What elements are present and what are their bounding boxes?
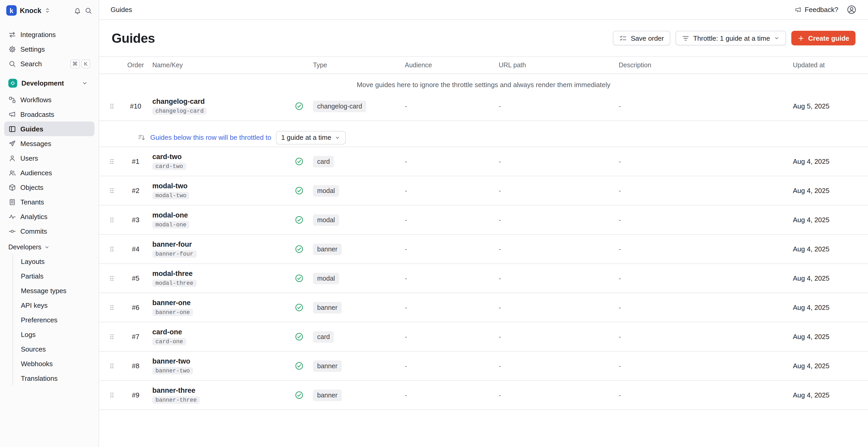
guide-name: banner-four (152, 241, 290, 249)
sidebar-item-users[interactable]: Users (4, 151, 94, 165)
sidebar-item-label: Settings (20, 45, 45, 53)
megaphone-icon (794, 6, 802, 13)
column-header-updated-at: Updated at (785, 62, 868, 69)
sidebar-item-broadcasts[interactable]: Broadcasts (4, 107, 94, 122)
guide-row[interactable]: #5modal-threemodal-threemodal---Aug 4, 2… (99, 264, 868, 293)
drag-handle-icon[interactable] (108, 246, 115, 252)
selector-icon[interactable] (44, 7, 51, 13)
sidebar-item-label: Messages (20, 139, 51, 147)
analytics-icon (8, 213, 16, 220)
guide-updated-at: Aug 4, 2025 (785, 158, 868, 165)
throttled-rows: #1card-twocard-twocard---Aug 4, 2025#2mo… (99, 147, 868, 410)
sidebar-subitem-label: Message types (21, 287, 66, 294)
sidebar-subitem-partials[interactable]: Partials (13, 268, 94, 283)
sidebar-item-tenants[interactable]: Tenants (4, 195, 94, 209)
sidebar-item-label: Commits (20, 227, 47, 235)
sidebar-subitem-message-types[interactable]: Message types (13, 283, 94, 298)
feedback-button[interactable]: Feedback? (794, 6, 838, 13)
save-order-button[interactable]: Save order (613, 31, 670, 45)
environment-switcher[interactable]: Development (4, 75, 94, 91)
topbar: Guides Feedback? (99, 0, 868, 20)
guide-row[interactable]: #6banner-onebanner-onebanner---Aug 4, 20… (99, 293, 868, 322)
sidebar-item-label: Broadcasts (20, 110, 54, 118)
pinned-section-notice: Move guides here to ignore the throttle … (99, 74, 868, 92)
guide-name: modal-three (152, 270, 290, 278)
guide-row[interactable]: #3modal-onemodal-onemodal---Aug 4, 2025 (99, 205, 868, 235)
search-icon[interactable] (85, 6, 92, 14)
sidebar-item-label: Integrations (20, 31, 56, 38)
drag-handle-icon[interactable] (108, 275, 115, 282)
guide-row[interactable]: #4banner-fourbanner-fourbanner---Aug 4, … (99, 235, 868, 264)
guide-audience: - (400, 187, 493, 195)
drag-handle-icon[interactable] (108, 103, 115, 109)
create-guide-button[interactable]: Create guide (792, 31, 856, 45)
developers-section-toggle[interactable]: Developers (4, 241, 94, 254)
sidebar-item-messages[interactable]: Messages (4, 136, 94, 151)
guide-name: modal-two (152, 182, 290, 190)
sidebar-subitem-preferences[interactable]: Preferences (13, 313, 94, 327)
guide-row[interactable]: #9banner-threebanner-threebanner---Aug 4… (99, 381, 868, 410)
drag-handle-icon[interactable] (108, 333, 115, 340)
bell-icon[interactable] (73, 6, 82, 14)
sidebar-item-workflows[interactable]: Workflows (4, 92, 94, 107)
throttle-label: Throttle: 1 guide at a time (693, 34, 770, 42)
drag-handle-icon[interactable] (108, 158, 115, 165)
avatar-icon[interactable] (847, 5, 857, 14)
search-icon (8, 60, 16, 68)
drag-handle-icon[interactable] (108, 217, 115, 223)
sidebar-subitem-translations[interactable]: Translations (13, 371, 94, 385)
sidebar-subitem-label: Partials (21, 272, 43, 280)
guide-type-badge: modal (313, 185, 339, 196)
sidebar-item-guides[interactable]: Guides (4, 122, 94, 136)
sidebar-item-commits[interactable]: Commits (4, 224, 94, 238)
sidebar-item-objects[interactable]: Objects (4, 180, 94, 195)
guide-name: card-one (152, 328, 290, 337)
guide-row[interactable]: #8banner-twobanner-twobanner---Aug 4, 20… (99, 352, 868, 381)
guide-name: banner-two (152, 357, 290, 365)
sidebar-item-settings[interactable]: Settings (4, 42, 94, 56)
guide-type-badge: changelog-card (313, 100, 366, 112)
column-header-audience: Audience (400, 62, 493, 69)
guide-row[interactable]: #7card-onecard-onecard---Aug 4, 2025 (99, 322, 868, 352)
guide-audience: - (400, 274, 493, 282)
drag-handle-icon[interactable] (108, 187, 115, 194)
sidebar-item-label: Audiences (20, 169, 52, 177)
guide-row[interactable]: #2modal-twomodal-twomodal---Aug 4, 2025 (99, 176, 868, 205)
guide-updated-at: Aug 4, 2025 (785, 391, 868, 399)
sidebar-item-audiences[interactable]: Audiences (4, 165, 94, 180)
guide-row[interactable]: #10changelog-cardchangelog-cardchangelog… (99, 92, 868, 121)
guide-url-path: - (493, 245, 614, 253)
guide-url-path: - (493, 304, 614, 311)
throttle-divider-row: Guides below this row will be throttled … (99, 128, 868, 147)
sidebar-subitem-logs[interactable]: Logs (13, 327, 94, 342)
sidebar-item-analytics[interactable]: Analytics (4, 209, 94, 224)
guide-url-path: - (493, 362, 614, 370)
guide-audience: - (400, 333, 493, 341)
guide-row[interactable]: #1card-twocard-twocard---Aug 4, 2025 (99, 147, 868, 176)
search-shortcut: ⌘K (70, 59, 90, 68)
check-circle-icon (294, 157, 303, 166)
throttle-dropdown-button[interactable]: Throttle: 1 guide at a time (676, 31, 786, 45)
drag-handle-icon[interactable] (108, 392, 115, 398)
sidebar-item-integrations[interactable]: Integrations (4, 27, 94, 42)
drag-handle-icon[interactable] (108, 362, 115, 369)
guide-updated-at: Aug 4, 2025 (785, 187, 868, 195)
guide-type-badge: card (313, 156, 334, 167)
guide-type-badge: card (313, 331, 334, 343)
sidebar-item-search[interactable]: Search⌘K (4, 56, 94, 71)
save-order-icon (619, 34, 627, 42)
sidebar-item-label: Users (20, 154, 38, 162)
sidebar-subitem-layouts[interactable]: Layouts (13, 254, 94, 268)
guide-updated-at: Aug 4, 2025 (785, 333, 868, 341)
sidebar-subitem-sources[interactable]: Sources (13, 342, 94, 356)
guide-order: #2 (124, 187, 147, 195)
table-header-row: OrderName/KeyTypeAudienceURL pathDescrip… (99, 57, 868, 74)
guide-description: - (614, 245, 785, 253)
throttle-divider-dropdown[interactable]: 1 guide at a time (276, 131, 346, 144)
sidebar-subitem-api-keys[interactable]: API keys (13, 298, 94, 313)
sidebar-subitem-webhooks[interactable]: Webhooks (13, 356, 94, 371)
guide-description: - (614, 304, 785, 311)
drag-handle-icon[interactable] (108, 304, 115, 311)
knock-logo[interactable]: k (6, 5, 17, 15)
broadcasts-icon (8, 110, 16, 118)
